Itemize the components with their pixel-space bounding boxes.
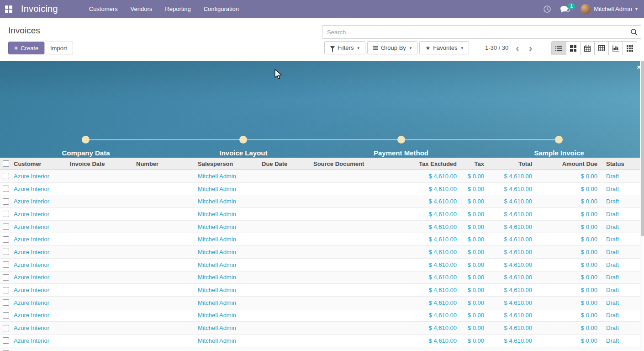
invoice-row[interactable]: Azure Interior Mitchell Admin $ 4,610.00… <box>0 208 644 221</box>
list-view-button[interactable] <box>552 42 566 55</box>
column-header-status[interactable]: Status <box>602 160 644 167</box>
app-title[interactable]: Invoicing <box>17 4 64 14</box>
cell-customer[interactable]: Azure Interior <box>12 312 69 319</box>
column-header-tax-excluded[interactable]: Tax Excluded <box>402 160 461 167</box>
invoice-row[interactable]: Azure Interior Mitchell Admin $ 4,610.00… <box>0 347 644 351</box>
cell-customer[interactable]: Azure Interior <box>12 173 69 180</box>
status-badge: Draft <box>602 173 644 180</box>
row-checkbox[interactable] <box>3 249 9 255</box>
column-header-salesperson[interactable]: Salesperson <box>196 160 260 167</box>
cell-customer[interactable]: Azure Interior <box>12 287 69 293</box>
activity-view-button[interactable] <box>623 42 637 55</box>
cell-tax: $ 0.00 <box>461 223 489 230</box>
group-by-button[interactable]: Group By ▾ <box>367 41 417 54</box>
row-checkbox-cell <box>0 312 12 319</box>
row-checkbox[interactable] <box>3 337 9 344</box>
cell-customer[interactable]: Azure Interior <box>12 198 69 205</box>
cell-customer[interactable]: Azure Interior <box>12 337 69 344</box>
list-header-row: Customer Invoice Date Number Salesperson… <box>0 158 644 170</box>
pager-previous-button[interactable]: ‹ <box>513 43 522 53</box>
search-input[interactable] <box>322 29 627 36</box>
row-checkbox[interactable] <box>3 211 9 217</box>
activities-button[interactable] <box>539 0 555 18</box>
row-checkbox[interactable] <box>3 186 9 192</box>
column-header-customer[interactable]: Customer <box>12 160 69 167</box>
column-header-source-document[interactable]: Source Document <box>312 160 402 167</box>
user-name: Mitchell Admin <box>594 5 632 12</box>
row-checkbox[interactable] <box>3 173 9 179</box>
scrollbar-thumb[interactable] <box>641 61 644 236</box>
kanban-view-button[interactable] <box>566 42 580 55</box>
row-checkbox[interactable] <box>3 287 9 293</box>
filters-button[interactable]: Filters ▾ <box>324 41 365 54</box>
invoice-row[interactable]: Azure Interior Mitchell Admin $ 4,610.00… <box>0 271 644 284</box>
invoice-row[interactable]: Azure Interior Mitchell Admin $ 4,610.00… <box>0 246 644 259</box>
invoice-row[interactable]: Azure Interior Mitchell Admin $ 4,610.00… <box>0 195 644 208</box>
messages-button[interactable]: 1 <box>555 0 575 18</box>
cell-customer[interactable]: Azure Interior <box>12 223 69 230</box>
cell-customer[interactable]: Azure Interior <box>12 249 69 255</box>
row-checkbox[interactable] <box>3 325 9 331</box>
invoice-row[interactable]: Azure Interior Mitchell Admin $ 4,610.00… <box>0 309 644 322</box>
cell-customer[interactable]: Azure Interior <box>12 236 69 243</box>
cell-customer[interactable]: Azure Interior <box>12 324 69 331</box>
onboarding-progress-line <box>86 139 559 140</box>
column-header-amount-due[interactable]: Amount Due <box>537 160 602 167</box>
cell-amount-due: $ 0.00 <box>537 261 602 268</box>
row-checkbox-cell <box>0 261 12 268</box>
user-menu[interactable]: Mitchell Admin ▾ <box>581 4 638 14</box>
cell-customer[interactable]: Azure Interior <box>12 261 69 268</box>
cell-total: $ 4,610.00 <box>489 186 537 192</box>
calendar-view-button[interactable] <box>580 42 594 55</box>
column-header-number[interactable]: Number <box>135 160 196 167</box>
invoice-row[interactable]: Azure Interior Mitchell Admin $ 4,610.00… <box>0 297 644 309</box>
invoice-row[interactable]: Azure Interior Mitchell Admin $ 4,610.00… <box>0 284 644 297</box>
cell-customer[interactable]: Azure Interior <box>12 186 69 192</box>
invoice-row[interactable]: Azure Interior Mitchell Admin $ 4,610.00… <box>0 259 644 271</box>
search-icon[interactable] <box>627 28 641 36</box>
favorites-button[interactable]: ★ Favorites ▾ <box>419 41 469 54</box>
column-header-invoice-date[interactable]: Invoice Date <box>69 160 135 167</box>
cell-tax: $ 0.00 <box>461 236 489 243</box>
invoice-row[interactable]: Azure Interior Mitchell Admin $ 4,610.00… <box>0 170 644 183</box>
invoice-row[interactable]: Azure Interior Mitchell Admin $ 4,610.00… <box>0 221 644 234</box>
cell-amount-due: $ 0.00 <box>537 173 602 180</box>
cell-tax-excluded: $ 4,610.00 <box>402 223 461 230</box>
row-checkbox[interactable] <box>3 198 9 205</box>
cell-tax: $ 0.00 <box>461 299 489 306</box>
row-checkbox[interactable] <box>3 299 9 306</box>
apps-menu-button[interactable] <box>0 0 17 18</box>
row-checkbox[interactable] <box>3 261 9 268</box>
row-checkbox-cell <box>0 325 12 331</box>
bar-chart-icon <box>612 45 619 52</box>
row-checkbox[interactable] <box>3 236 9 243</box>
column-header-total[interactable]: Total <box>489 160 537 167</box>
menu-reporting[interactable]: Reporting <box>158 0 197 18</box>
vertical-scrollbar[interactable] <box>640 61 644 351</box>
row-checkbox[interactable] <box>3 274 9 281</box>
pivot-view-button[interactable] <box>594 42 608 55</box>
invoice-row[interactable]: Azure Interior Mitchell Admin $ 4,610.00… <box>0 322 644 335</box>
cell-tax: $ 0.00 <box>461 287 489 293</box>
cell-total: $ 4,610.00 <box>489 337 537 344</box>
column-header-tax[interactable]: Tax <box>461 160 489 167</box>
invoice-row[interactable]: Azure Interior Mitchell Admin $ 4,610.00… <box>0 335 644 347</box>
cell-customer[interactable]: Azure Interior <box>12 211 69 218</box>
pager-next-button[interactable]: › <box>526 43 535 53</box>
graph-view-button[interactable] <box>608 42 623 55</box>
cell-amount-due: $ 0.00 <box>537 211 602 218</box>
cell-customer[interactable]: Azure Interior <box>12 274 69 281</box>
menu-vendors[interactable]: Vendors <box>124 0 159 18</box>
create-button[interactable]: + Create <box>8 42 44 54</box>
menu-customers[interactable]: Customers <box>83 0 124 18</box>
select-all-checkbox[interactable] <box>3 160 9 167</box>
column-header-due-date[interactable]: Due Date <box>260 160 312 167</box>
row-checkbox[interactable] <box>3 312 9 319</box>
row-checkbox[interactable] <box>3 223 9 230</box>
import-button[interactable]: Import <box>44 42 73 54</box>
invoice-row[interactable]: Azure Interior Mitchell Admin $ 4,610.00… <box>0 233 644 246</box>
invoice-row[interactable]: Azure Interior Mitchell Admin $ 4,610.00… <box>0 183 644 196</box>
cell-customer[interactable]: Azure Interior <box>12 299 69 306</box>
status-badge: Draft <box>602 287 644 293</box>
menu-configuration[interactable]: Configuration <box>197 0 245 18</box>
